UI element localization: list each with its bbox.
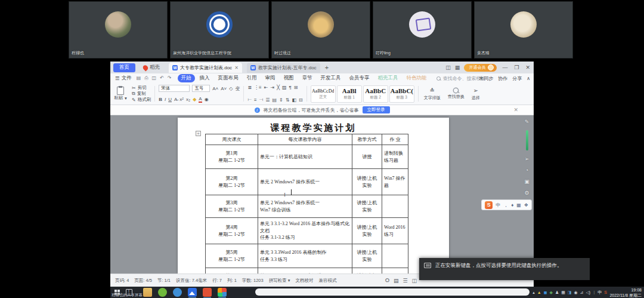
bullets-icon[interactable]: ≣	[247, 85, 252, 90]
plan-cell[interactable]: 讲授/上机 实验	[352, 218, 382, 244]
plan-cell[interactable]	[382, 195, 408, 218]
plan-cell[interactable]: Win7 操作题	[382, 169, 408, 195]
shading-icon[interactable]: ▨	[282, 85, 287, 90]
superscript-button[interactable]: x²	[179, 97, 184, 102]
enclose-char-button[interactable]: ◉	[205, 97, 209, 102]
style-item[interactable]: AaBl标题 1	[337, 85, 362, 103]
find-replace-button[interactable]: 查找替换	[446, 84, 466, 103]
plan-cell[interactable]: 第4周 星期二 1-2节	[206, 218, 258, 244]
participant-video[interactable]: 程聊也	[69, 1, 168, 59]
sort-icon[interactable]: ⇅	[286, 97, 290, 103]
font-color-button[interactable]: A	[199, 96, 202, 103]
plan-cell[interactable]: 第6周 星期二 1-2节	[206, 268, 258, 274]
table-grid-icon[interactable]: ⊞	[294, 85, 298, 90]
cut-button[interactable]: ✂剪切	[132, 85, 151, 91]
show-hidden-icon[interactable]: ▴	[532, 290, 535, 294]
plan-cell[interactable]: 单元 3 3.3Word 2016 表格的制作 任务 3.3 练习	[258, 244, 352, 268]
network-tray-icon[interactable]: ⊿	[580, 290, 584, 294]
close-window-button[interactable]: ✕	[524, 64, 531, 70]
shield-tray-icon[interactable]: ◆	[550, 290, 553, 294]
menu-tab-特色功能[interactable]: 特色功能	[403, 74, 431, 82]
wps-home-tab[interactable]: 首页	[113, 63, 135, 72]
collapse-ribbon-icon[interactable]: ∧	[527, 76, 530, 81]
grow-font-icon[interactable]: A˄	[212, 86, 218, 91]
taskbar-clock[interactable]: 19:08 2022/11/8 星期二	[609, 287, 642, 298]
green-app-icon[interactable]	[158, 288, 167, 297]
web-view-icon[interactable]: ◫	[411, 278, 417, 284]
ime-mic-icon[interactable]: ♦	[511, 202, 513, 208]
collaborate-button[interactable]: 协作	[498, 75, 507, 82]
subscript-button[interactable]: x₂	[186, 97, 190, 102]
distribute-icon[interactable]: ▤	[273, 97, 277, 103]
plan-cell[interactable]: Word 2016 练习	[382, 218, 408, 244]
keyboard-toast[interactable]: 正在安装新键盘，点按可选择要使用此键盘执行的操作。	[419, 258, 590, 280]
plan-cell[interactable]: 单元 2 Windows7 操作系统一	[258, 169, 352, 195]
settings-tool-icon[interactable]: ⚙	[524, 190, 529, 196]
statusbar-item[interactable]: 设置值: 7.4毫米	[176, 278, 207, 284]
fill-color-icon[interactable]: ◧	[292, 97, 296, 103]
clear-para-icon[interactable]: ╳	[277, 85, 280, 90]
paste-button[interactable]: 粘贴▾	[113, 84, 128, 103]
menu-tab-页面布局[interactable]: 页面布局	[215, 74, 242, 82]
para-mark-icon[interactable]: ¶	[289, 85, 292, 90]
text-layout-button[interactable]: ≛ 文字排版	[422, 84, 442, 103]
statusbar-item[interactable]: 行: 7	[212, 278, 222, 284]
wps-office-icon[interactable]	[218, 288, 227, 297]
user-tray-icon[interactable]: ♟	[555, 290, 559, 294]
pointer-tool-icon[interactable]: ➢	[525, 156, 530, 162]
plan-cell[interactable]: 讲授	[352, 145, 382, 169]
file-explorer-icon[interactable]	[143, 288, 152, 297]
wps-docer-tab[interactable]: 稻壳	[139, 63, 164, 72]
participant-video[interactable]: 叮咛ling	[373, 1, 472, 59]
plan-cell[interactable]: 第5周 星期二 1-2节	[206, 244, 258, 268]
plan-cell[interactable]: 单元 2 Windows7 操作系统一 Win7 综合训练	[258, 195, 352, 218]
plan-cell[interactable]: 讲授/上机 实验	[352, 169, 382, 195]
font-name-select[interactable]: 宋体	[159, 85, 190, 92]
ime-toolbox-icon[interactable]: ❖	[524, 202, 528, 208]
outline-view-icon[interactable]: ☰	[402, 278, 407, 284]
plan-cell[interactable]	[382, 268, 408, 274]
grid-tray-icon[interactable]: ▦	[561, 290, 565, 294]
display-tray-icon[interactable]: ◨	[568, 290, 572, 294]
plan-cell[interactable]: 讲授/上机 实验	[352, 268, 382, 274]
file-menu[interactable]: ☰ 文件	[115, 75, 132, 82]
participant-video[interactable]: 时过境迁	[271, 1, 370, 59]
redo-icon[interactable]: ↷	[168, 75, 172, 81]
statusbar-item[interactable]: 字数: 1203	[242, 278, 264, 284]
indent-icon[interactable]: ⇥	[270, 85, 274, 90]
plan-cell[interactable]: 单元一：计算机基础知识	[258, 145, 352, 169]
pen-tool-icon[interactable]: ✎	[525, 119, 530, 125]
dismiss-notice-icon[interactable]: ✕	[513, 107, 518, 113]
statusbar-item[interactable]: 页码: 4	[115, 278, 129, 284]
style-item[interactable]: AaBbCcDd正文	[311, 85, 336, 103]
shrink-font-icon[interactable]: A˅	[221, 86, 227, 91]
minimize-button[interactable]: —	[501, 64, 509, 70]
menu-tab-审阅[interactable]: 审阅	[262, 74, 279, 82]
bold-button[interactable]: B	[159, 97, 162, 102]
strike-button[interactable]: A̶	[174, 97, 177, 102]
plan-cell[interactable]: 单元 3 3.4Word 2016 图文混排 任务 3.4 练习	[258, 268, 352, 274]
highlight-button[interactable]: ◆	[193, 97, 196, 102]
tab-list-icon[interactable]: ▦	[455, 64, 460, 70]
align-center-icon[interactable]: ≡	[254, 97, 257, 103]
plan-cell[interactable]: 进制转换练习题	[382, 145, 408, 169]
sync-status[interactable]: 未同步	[479, 75, 493, 82]
preview-icon[interactable]: ◫	[152, 75, 157, 81]
menu-tab-章节[interactable]: 章节	[299, 74, 316, 82]
plan-cell[interactable]: 单元 3 3.1-3.2 Word 2016 基本操作与格式化文档 任务 3.1…	[258, 218, 352, 244]
statusbar-item[interactable]: 兼容模式	[319, 278, 337, 284]
style-item[interactable]: AaBbC标题 2	[363, 85, 388, 103]
menu-tab-视图[interactable]: 视图	[280, 74, 298, 82]
history-tool-icon[interactable]: ◔	[525, 167, 528, 173]
volume-tray-icon[interactable]: ◁)	[586, 290, 590, 294]
new-tab-button[interactable]: +	[325, 64, 329, 71]
ime-tray-icon[interactable]: 中	[597, 290, 602, 294]
italic-button[interactable]: I	[165, 97, 166, 102]
char-tool-icon[interactable]: 变	[235, 85, 240, 92]
statusbar-item[interactable]: 列: 1	[227, 278, 237, 284]
mic-tray-icon[interactable]: ᛁ	[593, 290, 595, 294]
close-tab-icon[interactable]: ✕	[234, 65, 239, 70]
plan-cell[interactable]	[382, 244, 408, 268]
undo-icon[interactable]: ↶	[160, 75, 164, 81]
borders-icon[interactable]: ⊟	[299, 97, 303, 103]
